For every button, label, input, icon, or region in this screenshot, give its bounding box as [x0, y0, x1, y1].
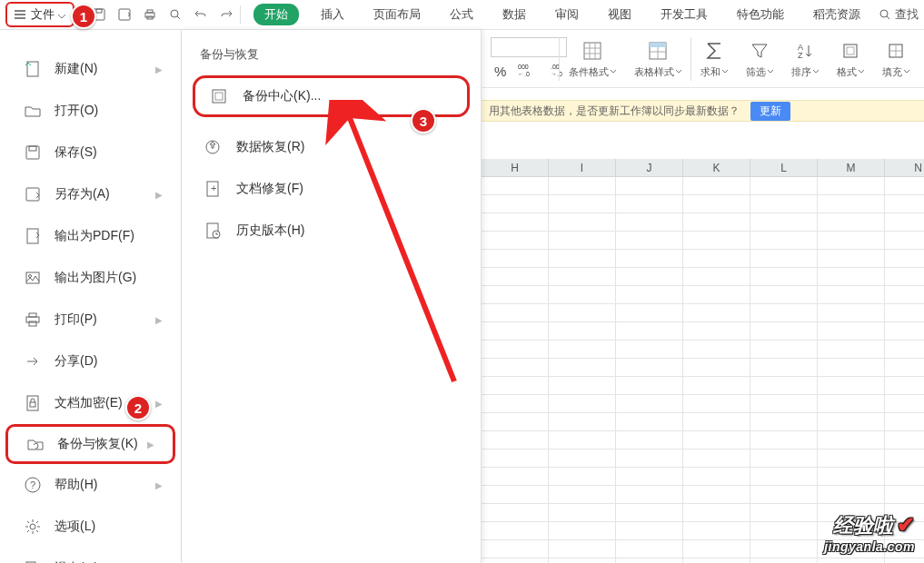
- file-menu-saveas[interactable]: 另存为(A)▶: [0, 173, 181, 215]
- cell[interactable]: [818, 304, 885, 322]
- cell[interactable]: [482, 177, 549, 195]
- redo-icon[interactable]: [218, 6, 234, 23]
- cell[interactable]: [482, 304, 549, 322]
- cell[interactable]: [683, 468, 750, 486]
- cell[interactable]: [885, 449, 924, 468]
- cell[interactable]: [683, 522, 750, 540]
- cell[interactable]: [683, 540, 750, 558]
- cell[interactable]: [818, 359, 885, 377]
- file-menu-lock[interactable]: 文档加密(E)▶: [0, 382, 181, 424]
- cell[interactable]: [482, 431, 549, 449]
- cell[interactable]: [683, 504, 750, 522]
- cell[interactable]: [616, 177, 683, 195]
- cell[interactable]: [818, 341, 885, 359]
- cell[interactable]: [750, 268, 818, 286]
- cell[interactable]: [616, 449, 683, 468]
- cell[interactable]: [482, 286, 549, 304]
- cell[interactable]: [818, 213, 885, 232]
- cell[interactable]: [683, 213, 750, 232]
- cell[interactable]: [683, 232, 750, 250]
- format-button[interactable]: 格式: [828, 30, 873, 87]
- cell[interactable]: [616, 395, 683, 413]
- tab-formula[interactable]: 公式: [442, 3, 481, 26]
- cell[interactable]: [750, 304, 818, 322]
- tab-review[interactable]: 审阅: [548, 3, 586, 26]
- cell[interactable]: [549, 522, 616, 540]
- cell[interactable]: [750, 213, 818, 232]
- cell[interactable]: [549, 213, 616, 232]
- cell[interactable]: [683, 195, 750, 213]
- cell[interactable]: [818, 195, 885, 213]
- cell[interactable]: [885, 232, 924, 250]
- col-header[interactable]: K: [683, 159, 750, 177]
- col-header[interactable]: M: [818, 159, 885, 177]
- cond-format-button[interactable]: 条件格式: [560, 30, 625, 87]
- tab-start[interactable]: 开始: [253, 4, 299, 25]
- cell[interactable]: [683, 268, 750, 286]
- cell[interactable]: [818, 377, 885, 395]
- cell[interactable]: [616, 558, 683, 563]
- cell[interactable]: [750, 431, 818, 449]
- cell[interactable]: [750, 377, 818, 395]
- col-header[interactable]: I: [549, 159, 616, 177]
- find-button[interactable]: 查找: [879, 6, 919, 23]
- cell[interactable]: [549, 431, 616, 449]
- cell[interactable]: [885, 413, 924, 431]
- percent-button[interactable]: %: [491, 64, 510, 79]
- cell[interactable]: [818, 232, 885, 250]
- cell[interactable]: [616, 413, 683, 431]
- cell[interactable]: [482, 504, 549, 522]
- cell[interactable]: [616, 359, 683, 377]
- cell[interactable]: [750, 395, 818, 413]
- file-menu-new[interactable]: 新建(N)▶: [0, 48, 181, 90]
- cell[interactable]: [616, 304, 683, 322]
- cell[interactable]: [549, 449, 616, 468]
- cell[interactable]: [482, 522, 549, 540]
- cell[interactable]: [885, 268, 924, 286]
- cell[interactable]: [616, 232, 683, 250]
- cell[interactable]: [683, 177, 750, 195]
- cell[interactable]: [549, 558, 616, 563]
- cell[interactable]: [750, 232, 818, 250]
- cell[interactable]: [616, 341, 683, 359]
- cell[interactable]: [482, 268, 549, 286]
- file-menu-options[interactable]: 选项(L): [0, 506, 181, 548]
- preview-icon[interactable]: [167, 6, 184, 23]
- cell[interactable]: [683, 250, 750, 268]
- cell[interactable]: [482, 540, 549, 558]
- cell[interactable]: [885, 359, 924, 377]
- cell[interactable]: [683, 413, 750, 431]
- cell[interactable]: [616, 195, 683, 213]
- tab-docer[interactable]: 稻壳资源: [806, 3, 868, 26]
- spreadsheet[interactable]: H I J K L M N: [482, 159, 924, 563]
- col-header[interactable]: J: [616, 159, 683, 177]
- tab-insert[interactable]: 插入: [313, 3, 352, 26]
- cell[interactable]: [885, 250, 924, 268]
- cell[interactable]: [549, 232, 616, 250]
- cell[interactable]: [818, 449, 885, 468]
- update-button[interactable]: 更新: [750, 102, 790, 121]
- col-header[interactable]: L: [750, 159, 818, 177]
- cell[interactable]: [616, 486, 683, 504]
- cell[interactable]: [683, 286, 750, 304]
- cell[interactable]: [885, 377, 924, 395]
- fill-button[interactable]: 填充: [873, 30, 919, 87]
- cell[interactable]: [750, 177, 818, 195]
- cell[interactable]: [549, 177, 616, 195]
- cell[interactable]: [683, 341, 750, 359]
- cell[interactable]: [616, 540, 683, 558]
- cell[interactable]: [750, 540, 818, 558]
- cell[interactable]: [482, 341, 549, 359]
- file-menu-save[interactable]: 保存(S): [0, 132, 181, 173]
- number-format-combo[interactable]: [491, 37, 567, 57]
- cell[interactable]: [750, 413, 818, 431]
- filter-button[interactable]: 筛选: [737, 30, 782, 87]
- cell[interactable]: [818, 268, 885, 286]
- cell[interactable]: [818, 486, 885, 504]
- cell[interactable]: [549, 359, 616, 377]
- cell[interactable]: [885, 558, 924, 563]
- cell[interactable]: [616, 286, 683, 304]
- file-menu-open[interactable]: 打开(O): [0, 90, 181, 132]
- file-menu-exit[interactable]: 退出(Q): [0, 548, 181, 563]
- cell[interactable]: [482, 322, 549, 341]
